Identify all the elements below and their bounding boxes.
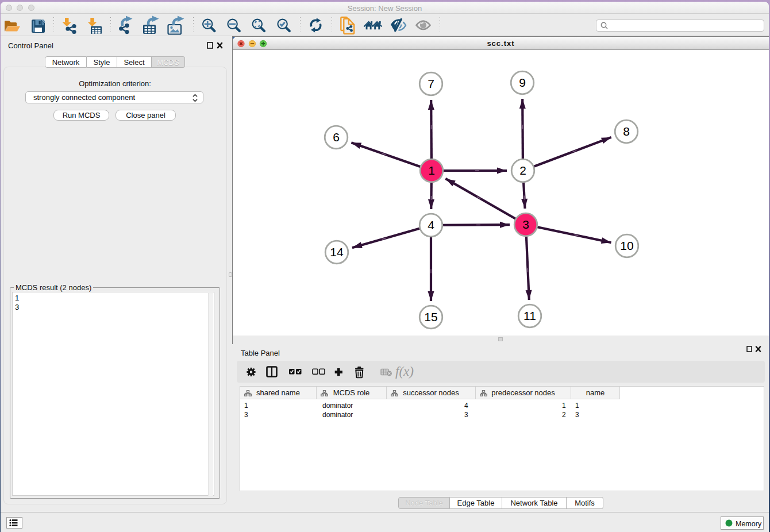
svg-text:7: 7	[428, 77, 434, 90]
svg-text:6: 6	[333, 130, 340, 144]
svg-text:2: 2	[519, 164, 526, 177]
svg-text:1: 1	[428, 164, 435, 177]
svg-text:f(x): f(x)	[395, 364, 414, 379]
svg-text:11: 11	[523, 309, 536, 322]
svg-text:15: 15	[424, 310, 437, 323]
svg-text:4: 4	[428, 218, 434, 232]
svg-text:10: 10	[620, 239, 633, 252]
svg-text:3: 3	[522, 218, 529, 231]
svg-text:9: 9	[519, 76, 526, 89]
svg-text:8: 8	[623, 125, 630, 138]
svg-text:14: 14	[330, 245, 344, 259]
